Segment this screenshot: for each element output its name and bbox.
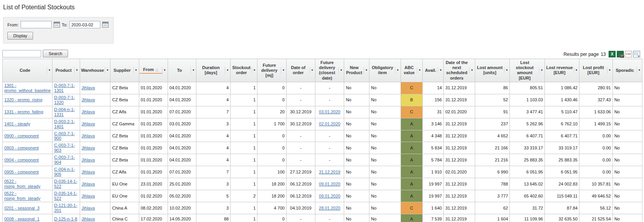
- product-link[interactable]: C-003-7-1-904: [54, 155, 75, 165]
- warehouse-link[interactable]: Jihlava: [82, 217, 95, 221]
- col-header-future_delivery_mj[interactable]: Future delivery [mj]▼: [257, 59, 287, 82]
- col-filter-menu-lost_amount[interactable]: ▼: [504, 67, 509, 73]
- col-header-lost_profit[interactable]: Lost profit [EUR]▼: [579, 59, 613, 82]
- col-header-duration[interactable]: Duration [days]▼: [196, 59, 231, 82]
- warehouse-link[interactable]: Jihlava: [82, 109, 95, 114]
- col-header-code[interactable]: Code▼: [3, 59, 52, 82]
- warehouse-link[interactable]: Jihlava: [82, 146, 95, 150]
- col-filter-menu-obligatory_item[interactable]: ▼: [395, 67, 400, 73]
- col-label-duration[interactable]: Duration [days]: [197, 65, 225, 76]
- col-label-warehouse[interactable]: Warehouse: [80, 68, 105, 73]
- code-link[interactable]: 0008 - seasonal_1: [4, 217, 40, 221]
- col-filter-menu-product[interactable]: ▼: [74, 67, 79, 73]
- col-filter-menu-lost_revenue[interactable]: ▼: [574, 67, 579, 73]
- col-filter-menu-avail[interactable]: ▼: [438, 67, 443, 73]
- col-filter-menu-warehouse[interactable]: ▼: [105, 67, 110, 73]
- col-header-stockout_order[interactable]: Stockout order▼: [231, 59, 257, 82]
- to-date-input[interactable]: [69, 21, 100, 28]
- future_delivery_closest-link[interactable]: 03.01.2020: [319, 109, 340, 114]
- col-filter-menu-new_product[interactable]: ▼: [364, 67, 369, 73]
- col-label-from[interactable]: From△: [140, 67, 162, 74]
- excel-2007-export-icon[interactable]: 07: [617, 51, 624, 57]
- col-label-code[interactable]: Code: [3, 68, 47, 73]
- code-link[interactable]: 1401 - steady: [4, 121, 30, 126]
- col-filter-menu-lost_stockout[interactable]: ▼: [539, 67, 544, 73]
- col-label-to[interactable]: To: [168, 68, 191, 73]
- future_delivery_closest-link[interactable]: 31.12.2019: [319, 170, 340, 174]
- product-link[interactable]: C-004-n-1-905: [54, 167, 75, 177]
- code-link[interactable]: 0903 - component: [4, 146, 39, 150]
- product-link[interactable]: D-004-n-1-1331: [54, 107, 75, 117]
- col-filter-menu-abc_value[interactable]: ▼: [417, 67, 422, 73]
- col-filter-menu-stockout_order[interactable]: ▼: [252, 67, 257, 73]
- code-link[interactable]: 0522 - rising_from_steady: [4, 179, 40, 189]
- product-link[interactable]: D-003-7-1-1301: [54, 83, 75, 93]
- warehouse-link[interactable]: Jihlava: [82, 182, 95, 186]
- csv-export-icon[interactable]: CSV: [625, 51, 632, 57]
- column-chooser-icon[interactable]: ▼: [633, 51, 640, 57]
- col-header-future_delivery_closest[interactable]: Future delivery (closest date)▼: [315, 59, 344, 82]
- col-label-future_delivery_closest[interactable]: Future delivery (closest date): [316, 60, 339, 81]
- col-label-abc_value[interactable]: ABC value: [401, 65, 417, 76]
- col-filter-menu-code[interactable]: ▼: [47, 67, 52, 73]
- warehouse-link[interactable]: Jihlava: [82, 158, 95, 162]
- col-label-stockout_order[interactable]: Stockout order: [231, 65, 252, 76]
- product-link[interactable]: D-003-2-1-1401: [54, 119, 75, 129]
- warehouse-link[interactable]: Jihlava: [82, 170, 95, 174]
- col-filter-menu-sporadic[interactable]: ▼: [637, 67, 642, 73]
- col-header-to[interactable]: To▼: [168, 59, 196, 82]
- col-label-lost_stockout[interactable]: Lost stockout amount [EUR]: [510, 60, 539, 81]
- col-filter-menu-to[interactable]: ▼: [191, 67, 196, 73]
- product-link[interactable]: D-125-n-1-8: [54, 217, 77, 221]
- col-header-lost_amount[interactable]: Lost amount [units]▼: [475, 59, 510, 82]
- col-filter-menu-lost_profit[interactable]: ▼: [607, 67, 612, 73]
- col-filter-menu-future_delivery_mj[interactable]: ▼: [281, 67, 286, 73]
- future_delivery_closest-link[interactable]: 28.01.2020: [319, 206, 340, 210]
- display-button[interactable]: Display: [7, 32, 33, 40]
- col-header-avail[interactable]: Avail.▼: [423, 59, 444, 82]
- product-link[interactable]: D-035-14-1-522: [54, 179, 77, 189]
- calendar-icon[interactable]: [54, 22, 60, 28]
- col-filter-menu-from[interactable]: ▼: [162, 67, 167, 73]
- product-link[interactable]: D-121-30-1-201: [54, 203, 77, 213]
- code-link[interactable]: 0201 - seasonal_3: [4, 206, 40, 210]
- future_delivery_closest-link[interactable]: 09.01.2020: [319, 182, 340, 186]
- col-label-date_of_order[interactable]: Date of order: [287, 65, 310, 76]
- warehouse-link[interactable]: Jihlava: [82, 206, 95, 210]
- warehouse-link[interactable]: Jihlava: [82, 85, 95, 90]
- from-date-input[interactable]: [21, 21, 52, 28]
- col-label-lost_revenue[interactable]: Lost revenue [EUR]: [545, 65, 574, 76]
- col-filter-menu-date_of_order[interactable]: ▼: [310, 67, 315, 73]
- code-link[interactable]: 0905 - component: [4, 170, 39, 174]
- col-label-obligatory_item[interactable]: Obligatory item: [370, 65, 395, 76]
- col-filter-menu-duration[interactable]: ▼: [225, 67, 230, 73]
- col-header-abc_value[interactable]: ABC value▼: [401, 59, 423, 82]
- warehouse-link[interactable]: Jihlava: [82, 134, 95, 138]
- results-per-page-value[interactable]: 13: [601, 52, 606, 57]
- warehouse-link[interactable]: Jihlava: [82, 194, 95, 198]
- col-header-warehouse[interactable]: Warehouse▼: [80, 59, 110, 82]
- col-header-lost_revenue[interactable]: Lost revenue [EUR]▼: [545, 59, 579, 82]
- code-link[interactable]: 0900 - component: [4, 134, 39, 138]
- col-label-next_scheduled[interactable]: Date of the next scheduled orders: [444, 60, 469, 81]
- code-link[interactable]: 0904 - component: [4, 158, 39, 162]
- excel-export-icon[interactable]: X: [609, 51, 616, 57]
- col-label-new_product[interactable]: New Product: [345, 65, 364, 76]
- col-label-product[interactable]: Product: [53, 68, 74, 73]
- product-link[interactable]: C-003-7-1-900: [54, 131, 75, 141]
- code-link[interactable]: 1331 - promo_falling: [4, 109, 43, 114]
- col-label-future_delivery_mj[interactable]: Future delivery [mj]: [258, 62, 281, 79]
- search-button[interactable]: Search: [43, 50, 68, 57]
- col-filter-menu-next_scheduled[interactable]: ▼: [469, 67, 474, 73]
- col-header-supplier[interactable]: Supplier▼: [110, 59, 139, 82]
- code-link[interactable]: 1301 - promo_without_baseline: [4, 83, 51, 93]
- product-link[interactable]: C-003-7-1-903: [54, 143, 75, 153]
- col-label-lost_profit[interactable]: Lost profit [EUR]: [580, 65, 607, 76]
- search-input[interactable]: [2, 50, 41, 57]
- col-header-date_of_order[interactable]: Date of order▼: [286, 59, 315, 82]
- col-header-product[interactable]: Product▼: [52, 59, 80, 82]
- col-label-lost_amount[interactable]: Lost amount [units]: [476, 65, 504, 76]
- col-header-sporadic[interactable]: Sporadic▼: [612, 59, 642, 82]
- product-link[interactable]: D-003-7-1-1320: [54, 95, 75, 105]
- col-header-from[interactable]: From△▼: [139, 59, 168, 82]
